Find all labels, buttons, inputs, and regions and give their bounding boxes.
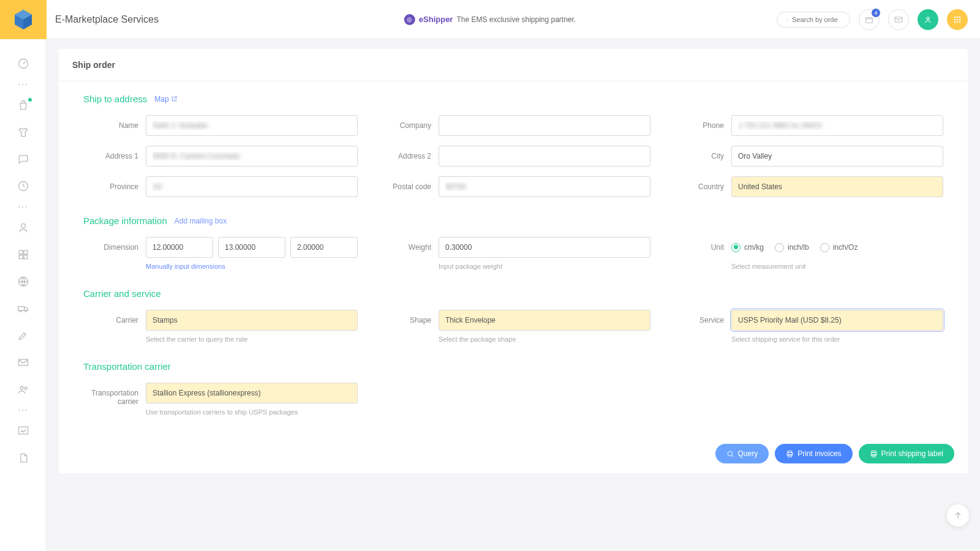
user-button[interactable] — [918, 9, 938, 30]
weight-input[interactable] — [439, 237, 650, 258]
sidebar-orders[interactable] — [11, 93, 36, 118]
sidebar-analytics[interactable] — [11, 419, 36, 443]
partner-logo-icon: ◎ — [404, 14, 415, 25]
label-country: Country — [669, 176, 724, 191]
dim-width-input[interactable] — [218, 237, 285, 258]
city-input[interactable] — [731, 146, 943, 167]
svg-point-12 — [957, 18, 959, 20]
sidebar-history[interactable] — [11, 174, 36, 198]
svg-rect-28 — [18, 359, 28, 365]
svg-point-3 — [786, 18, 788, 20]
svg-point-15 — [957, 21, 959, 23]
grid-icon — [952, 15, 962, 24]
shape-select[interactable]: Thick Envelope — [439, 310, 650, 331]
shirt-icon — [17, 126, 29, 138]
svg-point-26 — [20, 310, 21, 312]
partner-tagline: The EMS exclusive shipping partner. — [456, 15, 576, 24]
label-carrier: Carrier — [83, 310, 138, 324]
transport-hint: Use transportation carriers to ship USPS… — [146, 408, 358, 416]
svg-point-8 — [954, 16, 956, 18]
print-label-button[interactable]: Print shipping label — [859, 444, 954, 463]
svg-line-4 — [788, 20, 788, 20]
transport-carrier-select[interactable]: Stallion Express (stallionexpress) — [146, 383, 358, 403]
section-ship-to-title: Ship to address — [83, 94, 147, 104]
mail-button[interactable] — [888, 9, 909, 30]
svg-point-16 — [959, 21, 961, 23]
svg-rect-21 — [23, 250, 27, 254]
search-icon — [726, 450, 734, 458]
province-input[interactable] — [146, 176, 358, 197]
unit-cmkg-radio[interactable]: cm/kg — [731, 243, 764, 252]
sidebar: ··· ··· ··· — [0, 39, 47, 485]
label-service: Service — [669, 310, 724, 324]
search-pill[interactable] — [777, 12, 850, 28]
sidebar-shipping[interactable] — [11, 296, 36, 321]
sidebar-global[interactable] — [11, 269, 36, 294]
svg-rect-39 — [872, 454, 875, 457]
sidebar-team[interactable] — [11, 377, 36, 402]
user-icon — [923, 15, 933, 24]
topbar: E-Marketplace Services ◎ eShipper The EM… — [0, 0, 980, 39]
dim-height-input[interactable] — [290, 237, 358, 258]
section-carrier-title: Carrier and service — [83, 288, 161, 299]
search-input[interactable] — [792, 16, 841, 23]
label-weight: Weight — [376, 237, 431, 252]
svg-point-29 — [20, 386, 23, 389]
clock-icon — [17, 180, 29, 192]
svg-rect-6 — [895, 17, 902, 22]
label-name: Name — [83, 115, 138, 130]
address2-input[interactable] — [439, 146, 650, 167]
country-input[interactable] — [731, 176, 943, 197]
query-button[interactable]: Query — [715, 444, 769, 463]
svg-point-9 — [957, 16, 959, 18]
sidebar-dashboard[interactable] — [11, 51, 36, 76]
svg-rect-36 — [788, 454, 791, 457]
label-phone: Phone — [669, 115, 724, 130]
printer-icon — [786, 450, 794, 458]
unit-inchoz-radio[interactable]: inch/Oz — [820, 243, 858, 252]
carrier-hint: Select the carrier to query the rate — [146, 335, 358, 343]
mail-icon — [894, 15, 903, 24]
section-package-title: Package information — [83, 216, 167, 226]
sidebar-reports[interactable] — [11, 446, 36, 470]
printer-icon — [870, 450, 878, 458]
section-transport-title: Transportation carrier — [83, 361, 171, 372]
dim-length-input[interactable] — [146, 237, 213, 258]
name-input[interactable] — [146, 115, 358, 136]
sidebar-apps[interactable] — [11, 242, 36, 267]
label-shape: Shape — [376, 310, 431, 324]
company-input[interactable] — [439, 115, 650, 136]
manual-dimensions-link[interactable]: Manually input dimensions — [146, 263, 358, 270]
service-select[interactable]: USPS Priority Mail (USD $8.25) — [731, 310, 943, 331]
grid4-icon — [17, 249, 29, 261]
sidebar-account[interactable] — [11, 216, 36, 240]
svg-point-19 — [21, 223, 25, 228]
sidebar-messages[interactable] — [11, 147, 36, 171]
svg-rect-22 — [19, 255, 23, 259]
gauge-icon — [17, 58, 29, 70]
sidebar-mail[interactable] — [11, 350, 36, 375]
sidebar-more-3[interactable]: ··· — [11, 404, 36, 416]
app-title: E-Marketplace Services — [55, 14, 159, 25]
svg-point-30 — [24, 387, 27, 389]
svg-point-32 — [728, 451, 733, 456]
address1-input[interactable] — [146, 146, 358, 167]
partner-name: eShipper — [419, 15, 453, 24]
apps-button[interactable] — [947, 9, 968, 30]
unit-inchlb-radio[interactable]: inch/lb — [775, 243, 809, 252]
add-mailing-box-link[interactable]: Add mailing box — [175, 217, 227, 225]
notifications-button[interactable]: 4 — [859, 9, 880, 30]
print-invoices-button[interactable]: Print invoices — [775, 444, 852, 463]
carrier-select[interactable]: Stamps — [146, 310, 358, 331]
edit-icon — [17, 329, 29, 342]
search-icon — [786, 16, 788, 23]
sidebar-more-1[interactable]: ··· — [11, 78, 36, 91]
shape-hint: Select the package shape — [439, 335, 650, 343]
postal-input[interactable] — [439, 176, 650, 197]
app-logo[interactable] — [0, 0, 47, 39]
sidebar-edit[interactable] — [11, 323, 36, 348]
phone-input[interactable] — [731, 115, 943, 136]
sidebar-more-2[interactable]: ··· — [11, 201, 36, 213]
map-link[interactable]: Map — [154, 95, 177, 103]
sidebar-products[interactable] — [11, 120, 36, 144]
